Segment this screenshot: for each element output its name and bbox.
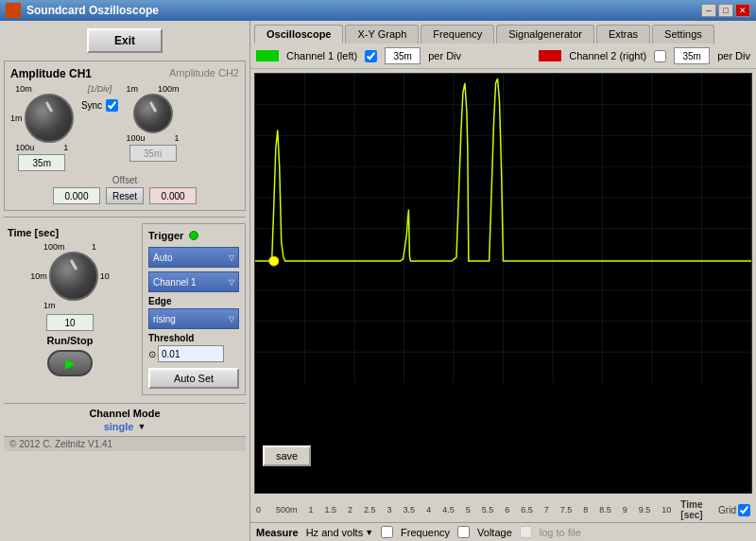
run-stop-label: Run/Stop [8, 335, 132, 346]
trigger-edge-arrow: ▽ [229, 315, 234, 323]
tab-xy-graph[interactable]: X-Y Graph [345, 25, 419, 44]
main-container: Exit Amplitude CH1 Amplitude CH2 10m 1m [0, 21, 756, 541]
sync-row: Sync [81, 99, 118, 112]
amplitude-section: Amplitude CH1 Amplitude CH2 10m 1m 100u [4, 61, 246, 211]
title-bar-controls: – □ ✕ [701, 4, 750, 17]
window-title: Soundcard Oszilloscope [26, 4, 159, 17]
time-section-title: Time [sec] [8, 227, 132, 238]
trigger-mode-dropdown[interactable]: Auto ▽ [148, 247, 239, 268]
tick-6-5: 6.5 [521, 505, 533, 515]
tick-8: 8 [583, 505, 588, 515]
bottom-left: Time [sec] 100m 1 10m 10 1m [4, 223, 246, 395]
maximize-button[interactable]: □ [718, 4, 733, 17]
channel1-per-div-input[interactable] [385, 47, 421, 64]
trigger-channel-dropdown[interactable]: Channel 1 ▽ [148, 271, 239, 292]
time-1: 1 [92, 242, 96, 252]
grid-label: Grid [718, 505, 736, 515]
frequency-label: Frequency [401, 527, 450, 538]
tick-3-5: 3.5 [404, 505, 416, 515]
save-button[interactable]: save [263, 445, 311, 466]
tick-4-5: 4.5 [442, 505, 455, 515]
per-div-label: [1/Div] [88, 84, 112, 94]
time-knob-top-labels: 100m 1 [43, 242, 96, 252]
tabs-row: Oscilloscope X-Y Graph Frequency Signalg… [250, 21, 756, 44]
tab-extras[interactable]: Extras [596, 25, 650, 44]
divider-1 [4, 217, 246, 218]
channel-info-row: Channel 1 (left) per Div Channel 2 (righ… [250, 44, 756, 69]
threshold-input[interactable] [158, 345, 224, 362]
amplitude-ch2-input[interactable] [129, 145, 177, 162]
time-100m: 100m [43, 242, 65, 252]
voltage-checkbox[interactable] [457, 526, 470, 538]
amplitude-ch2-title: Amplitude CH2 [169, 67, 239, 80]
threshold-icon: ⊙ [148, 349, 156, 359]
offset-row: Reset [53, 187, 197, 204]
grid-checkbox[interactable] [738, 504, 750, 516]
title-bar: Soundcard Oszilloscope – □ ✕ [0, 0, 756, 21]
frequency-checkbox[interactable] [381, 526, 393, 538]
amplitude-ch1-input[interactable] [18, 154, 65, 171]
tick-6: 6 [505, 505, 509, 515]
channel1-checkbox[interactable] [365, 50, 377, 62]
tick-0: 0 [256, 505, 261, 515]
run-stop-button[interactable]: ▶ [47, 350, 93, 376]
svg-point-20 [269, 256, 279, 266]
trigger-title: Trigger [148, 230, 183, 241]
measure-dropdown: Hz and volts ▼ [306, 527, 373, 538]
knob-ch1-top-labels: 10m [15, 84, 68, 94]
knob-ch2-1m: 1m [127, 84, 139, 94]
channel-mode-dropdown: single ▼ [4, 421, 246, 432]
amplitude-ch2-knob[interactable] [133, 94, 173, 133]
trigger-led [189, 231, 198, 240]
channel-mode-arrow[interactable]: ▼ [137, 422, 146, 431]
measure-row: Measure Hz and volts ▼ Frequency Voltage… [250, 522, 756, 541]
trigger-mode-value: Auto [153, 253, 173, 263]
channel2-checkbox[interactable] [654, 50, 666, 62]
channel2-per-div-label: per Div [717, 50, 750, 61]
log-to-file-checkbox[interactable] [520, 526, 532, 538]
channel1-indicator [256, 50, 279, 61]
time-section: Time [sec] 100m 1 10m 10 1m [4, 223, 136, 395]
measure-label: Measure [256, 527, 299, 538]
amplitude-ch1-title: Amplitude CH1 [10, 67, 92, 80]
oscilloscope-display: save [254, 73, 752, 494]
auto-set-button[interactable]: Auto Set [148, 368, 239, 389]
copyright-text: © 2012 C. Zeitnitz V1.41 [9, 439, 112, 449]
tab-signalgenerator[interactable]: Signalgenerator [496, 25, 594, 44]
trigger-edge-value: rising [153, 314, 176, 324]
sync-checkbox[interactable] [106, 99, 118, 112]
tab-settings[interactable]: Settings [652, 25, 714, 44]
tab-oscilloscope[interactable]: Oscilloscope [254, 25, 343, 44]
amplitude-ch2-knob-wrapper: 1m 100m 100u 1 [127, 84, 180, 162]
run-stop-section: Run/Stop ▶ [8, 335, 132, 376]
trigger-edge-dropdown[interactable]: rising ▽ [148, 308, 239, 329]
channel-mode-title: Channel Mode [4, 408, 246, 419]
channel-mode-value: single [104, 421, 134, 432]
minimize-button[interactable]: – [701, 4, 716, 17]
channel2-per-div-input[interactable] [674, 47, 710, 64]
offset-ch1-input[interactable] [53, 187, 100, 204]
offset-ch2-input[interactable] [149, 187, 197, 204]
left-panel: Exit Amplitude CH1 Amplitude CH2 10m 1m [0, 21, 250, 541]
time-axis-label: Time [sec] [680, 499, 716, 520]
close-button[interactable]: ✕ [735, 4, 750, 17]
tab-frequency[interactable]: Frequency [421, 25, 494, 44]
channel1-per-div-label: per Div [428, 50, 461, 61]
time-value-input[interactable] [46, 314, 94, 331]
app-icon [6, 3, 21, 18]
copyright-bar: © 2012 C. Zeitnitz V1.41 [4, 436, 246, 451]
exit-button[interactable]: Exit [87, 28, 163, 53]
time-knob[interactable] [49, 252, 98, 301]
sync-label: Sync [81, 100, 102, 111]
knob-ch1-1: 1 [63, 143, 68, 152]
reset-button[interactable]: Reset [106, 187, 144, 204]
amplitude-ch1-knob[interactable] [25, 94, 74, 143]
time-axis: 0 500m 1 1.5 2 2.5 3 3.5 4 4.5 5 5.5 6 6… [250, 497, 756, 522]
measure-dropdown-arrow[interactable]: ▼ [365, 528, 373, 537]
tick-7-5: 7.5 [560, 505, 573, 515]
tick-5: 5 [466, 505, 471, 515]
channel2-indicator [539, 50, 561, 61]
tick-9: 9 [623, 505, 627, 515]
offset-section: Offset Reset [10, 175, 239, 204]
right-panel: Oscilloscope X-Y Graph Frequency Signalg… [250, 21, 756, 541]
